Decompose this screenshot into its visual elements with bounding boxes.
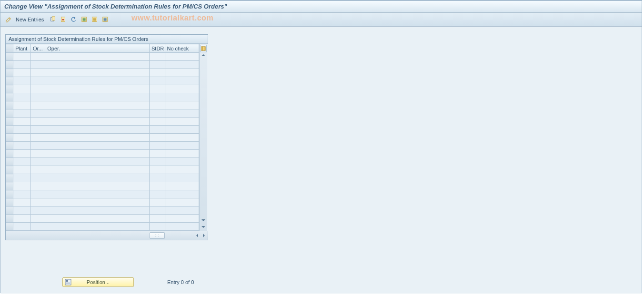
cell[interactable] (30, 61, 45, 69)
cell[interactable] (13, 61, 31, 69)
cell[interactable] (150, 215, 165, 223)
cell[interactable] (30, 190, 45, 198)
row-selector[interactable] (6, 69, 13, 77)
cell[interactable] (13, 190, 31, 198)
cell[interactable] (150, 198, 165, 206)
row-selector[interactable] (6, 109, 13, 118)
cell[interactable] (13, 158, 31, 166)
cell[interactable] (165, 134, 199, 142)
row-selector[interactable] (6, 53, 13, 61)
row-selector[interactable] (6, 158, 13, 166)
table-row[interactable] (6, 53, 199, 61)
cell[interactable] (30, 174, 45, 182)
row-selector[interactable] (6, 206, 13, 215)
cell[interactable] (30, 126, 45, 134)
cell[interactable] (165, 182, 199, 190)
cell[interactable] (45, 150, 150, 158)
col-header-plant[interactable]: Plant (13, 44, 31, 53)
row-selector[interactable] (6, 77, 13, 85)
row-selector[interactable] (6, 150, 13, 158)
row-selector[interactable] (6, 118, 13, 126)
cell[interactable] (150, 53, 165, 61)
new-entries-button[interactable]: New Entries (15, 17, 47, 22)
deselect-all-icon[interactable] (101, 15, 110, 24)
cell[interactable] (13, 85, 31, 93)
table-row[interactable] (6, 198, 199, 206)
row-selector[interactable] (6, 93, 13, 101)
cell[interactable] (45, 93, 150, 101)
cell[interactable] (165, 174, 199, 182)
col-header-or[interactable]: Or... (30, 44, 45, 53)
row-selector[interactable] (6, 215, 13, 223)
cell[interactable] (30, 142, 45, 150)
vertical-scrollbar[interactable] (199, 44, 207, 231)
select-all-header[interactable] (6, 44, 13, 53)
cell[interactable] (45, 182, 150, 190)
cell[interactable] (165, 61, 199, 69)
cell[interactable] (45, 53, 150, 61)
cell[interactable] (150, 93, 165, 101)
cell[interactable] (165, 150, 199, 158)
cell[interactable] (165, 109, 199, 118)
table-row[interactable] (6, 61, 199, 69)
cell[interactable] (13, 198, 31, 206)
cell[interactable] (30, 69, 45, 77)
position-button[interactable]: Position... (62, 277, 134, 287)
cell[interactable] (30, 223, 45, 231)
cell[interactable] (13, 77, 31, 85)
table-row[interactable] (6, 182, 199, 190)
cell[interactable] (13, 223, 31, 231)
cell[interactable] (165, 126, 199, 134)
cell[interactable] (13, 206, 31, 215)
row-selector[interactable] (6, 174, 13, 182)
scroll-right-icon[interactable] (201, 233, 207, 238)
cell[interactable] (165, 118, 199, 126)
cell[interactable] (165, 77, 199, 85)
cell[interactable] (45, 109, 150, 118)
table-row[interactable] (6, 158, 199, 166)
cell[interactable] (13, 215, 31, 223)
cell[interactable] (13, 126, 31, 134)
cell[interactable] (13, 150, 31, 158)
table-row[interactable] (6, 93, 199, 101)
cell[interactable] (150, 109, 165, 118)
row-selector[interactable] (6, 61, 13, 69)
cell[interactable] (45, 206, 150, 215)
row-selector[interactable] (6, 101, 13, 109)
row-selector[interactable] (6, 142, 13, 150)
cell[interactable] (150, 223, 165, 231)
cell[interactable] (30, 85, 45, 93)
cell[interactable] (13, 174, 31, 182)
cell[interactable] (45, 85, 150, 93)
table-row[interactable] (6, 206, 199, 215)
cell[interactable] (30, 158, 45, 166)
cell[interactable] (150, 190, 165, 198)
table-row[interactable] (6, 174, 199, 182)
cell[interactable] (30, 77, 45, 85)
select-block-icon[interactable] (91, 15, 99, 24)
cell[interactable] (165, 158, 199, 166)
row-selector[interactable] (6, 134, 13, 142)
cell[interactable] (45, 69, 150, 77)
cell[interactable] (150, 182, 165, 190)
cell[interactable] (45, 77, 150, 85)
cell[interactable] (45, 134, 150, 142)
column-resize-handle[interactable]: ::: (150, 232, 165, 239)
cell[interactable] (150, 150, 165, 158)
cell[interactable] (150, 69, 165, 77)
table-row[interactable] (6, 134, 199, 142)
cell[interactable] (150, 77, 165, 85)
table-row[interactable] (6, 126, 199, 134)
table-row[interactable] (6, 215, 199, 223)
cell[interactable] (13, 166, 31, 174)
cell[interactable] (13, 182, 31, 190)
cell[interactable] (150, 101, 165, 109)
cell[interactable] (30, 53, 45, 61)
cell[interactable] (45, 126, 150, 134)
cell[interactable] (165, 142, 199, 150)
cell[interactable] (30, 150, 45, 158)
table-row[interactable] (6, 85, 199, 93)
scroll-down-icon[interactable] (201, 217, 206, 223)
cell[interactable] (165, 215, 199, 223)
cell[interactable] (150, 166, 165, 174)
